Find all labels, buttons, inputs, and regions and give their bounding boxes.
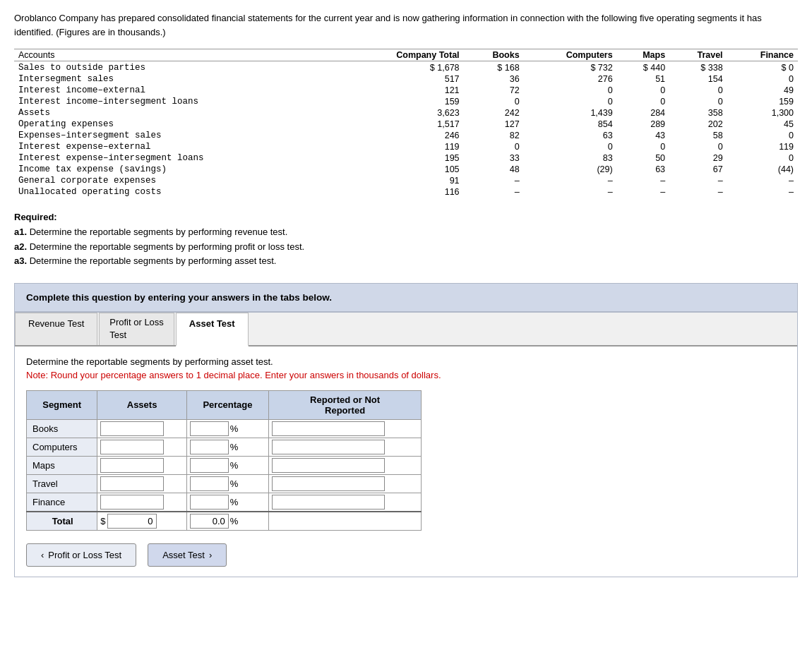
asset-total-label: Total — [27, 512, 97, 531]
table-cell: – — [727, 175, 798, 186]
table-cell: 29 — [669, 152, 727, 164]
table-cell: 1,439 — [524, 107, 617, 119]
asset-percentage-input-computers[interactable] — [190, 440, 229, 454]
table-cell: 116 — [342, 186, 464, 198]
asset-total-reported-cell — [269, 512, 422, 531]
col-books: Books — [464, 49, 524, 61]
table-cell: Interest expense–external — [14, 141, 342, 152]
prev-button-label: Profit or Loss Test — [48, 550, 121, 560]
table-cell: – — [464, 186, 524, 198]
table-cell: 284 — [617, 107, 669, 119]
next-arrow-icon: › — [209, 550, 212, 560]
table-cell: (44) — [727, 164, 798, 175]
asset-percentage-input-books[interactable] — [190, 421, 229, 436]
asset-segment-cell: Travel — [27, 474, 97, 493]
complete-banner: Complete this question by entering your … — [14, 283, 798, 312]
col-travel: Travel — [669, 49, 727, 61]
asset-reported-input-maps[interactable] — [272, 458, 385, 473]
table-cell: – — [617, 175, 669, 186]
table-cell: 48 — [464, 164, 524, 175]
table-cell: Income tax expense (savings) — [14, 164, 342, 175]
table-cell: – — [727, 186, 798, 198]
asset-col-reported: Reported or NotReported — [269, 390, 422, 419]
tabs-container: Revenue Test Profit or LossTest Asset Te… — [14, 312, 798, 577]
table-cell: 246 — [342, 130, 464, 141]
bottom-buttons: ‹ Profit or Loss Test Asset Test › — [26, 543, 786, 567]
col-accounts: Accounts — [14, 49, 342, 61]
table-cell: 0 — [727, 73, 798, 85]
asset-col-assets: Assets — [97, 390, 186, 419]
table-cell: – — [669, 186, 727, 198]
table-cell: 0 — [464, 96, 524, 107]
asset-percentage-input-finance[interactable] — [190, 495, 229, 510]
table-cell: $ 1,678 — [342, 61, 464, 74]
table-cell: 121 — [342, 85, 464, 96]
asset-assets-cell — [97, 493, 186, 512]
asset-assets-input-maps[interactable] — [100, 458, 164, 473]
table-cell: 159 — [727, 96, 798, 107]
asset-percentage-input-maps[interactable] — [190, 458, 229, 473]
table-cell: 63 — [617, 164, 669, 175]
table-cell: – — [617, 186, 669, 198]
table-cell: Unallocated operating costs — [14, 186, 342, 198]
asset-assets-input-travel[interactable] — [100, 476, 164, 491]
asset-reported-cell — [269, 419, 422, 438]
prev-arrow-icon: ‹ — [41, 550, 44, 560]
required-section: Required: a1. Determine the reportable s… — [14, 210, 798, 269]
asset-reported-input-finance[interactable] — [272, 495, 385, 510]
table-cell: – — [524, 186, 617, 198]
table-cell: 0 — [669, 141, 727, 152]
asset-assets-cell — [97, 438, 186, 456]
asset-reported-cell — [269, 438, 422, 456]
asset-reported-input-travel[interactable] — [272, 476, 385, 491]
tab-asset-test[interactable]: Asset Test — [176, 313, 249, 346]
asset-reported-input-books[interactable] — [272, 421, 385, 436]
tab-profit-loss-test[interactable]: Profit or LossTest — [99, 313, 174, 344]
table-cell: 58 — [669, 130, 727, 141]
asset-reported-cell — [269, 493, 422, 512]
table-cell: Interest expense–intersegment loans — [14, 152, 342, 164]
asset-percentage-cell: % — [186, 474, 268, 493]
asset-segment-cell: Books — [27, 419, 97, 438]
table-cell: (29) — [524, 164, 617, 175]
asset-assets-input-books[interactable] — [100, 421, 164, 436]
table-cell: 3,623 — [342, 107, 464, 119]
table-cell: 0 — [669, 85, 727, 96]
percent-sign: % — [230, 460, 239, 471]
asset-assets-cell — [97, 419, 186, 438]
asset-assets-input-computers[interactable] — [100, 440, 164, 454]
table-cell: Operating expenses — [14, 119, 342, 130]
required-a3: a3. Determine the reportable segments by… — [14, 254, 798, 269]
table-cell: 276 — [524, 73, 617, 85]
asset-reported-input-computers[interactable] — [272, 440, 385, 454]
tab-revenue-test[interactable]: Revenue Test — [15, 313, 97, 344]
required-a1: a1. Determine the reportable segments by… — [14, 225, 798, 240]
asset-total-assets-input[interactable] — [107, 514, 157, 529]
table-cell: Intersegment sales — [14, 73, 342, 85]
intro-paragraph: Oroblanco Company has prepared consolida… — [14, 11, 798, 39]
table-cell: 119 — [342, 141, 464, 152]
table-cell: 83 — [524, 152, 617, 164]
asset-col-segment: Segment — [27, 390, 97, 419]
table-cell: 91 — [342, 175, 464, 186]
table-cell: 154 — [669, 73, 727, 85]
table-cell: 0 — [464, 141, 524, 152]
col-finance: Finance — [727, 49, 798, 61]
table-cell: 119 — [727, 141, 798, 152]
table-cell: 0 — [617, 96, 669, 107]
table-cell: 0 — [524, 96, 617, 107]
asset-percentage-cell: % — [186, 419, 268, 438]
table-cell: 45 — [727, 119, 798, 130]
asset-assets-input-finance[interactable] — [100, 495, 164, 510]
next-button[interactable]: Asset Test › — [148, 543, 227, 567]
asset-total-percentage-input[interactable] — [190, 514, 229, 529]
table-cell: 0 — [727, 152, 798, 164]
asset-assets-cell — [97, 474, 186, 493]
prev-button[interactable]: ‹ Profit or Loss Test — [26, 543, 136, 567]
asset-segment-cell: Maps — [27, 456, 97, 474]
table-cell: 0 — [617, 141, 669, 152]
table-cell: 49 — [727, 85, 798, 96]
table-cell: 202 — [669, 119, 727, 130]
table-cell: $ 168 — [464, 61, 524, 74]
asset-percentage-input-travel[interactable] — [190, 476, 229, 491]
